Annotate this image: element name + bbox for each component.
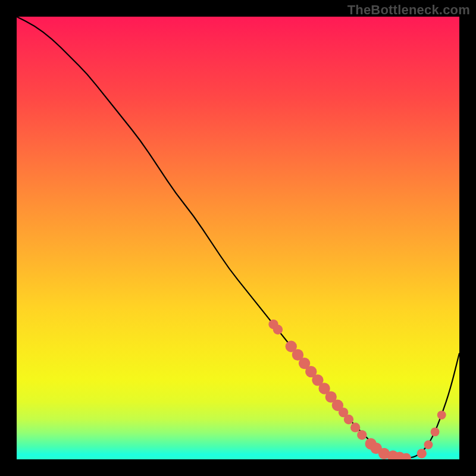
chart-marker: [417, 449, 427, 458]
chart-marker: [273, 325, 283, 334]
chart-marker: [431, 427, 440, 436]
chart-marker: [357, 430, 367, 440]
watermark-text: TheBottleneck.com: [347, 2, 470, 18]
bottleneck-curve-line: [17, 17, 459, 458]
chart-marker: [344, 415, 353, 424]
chart-marker: [437, 411, 446, 419]
chart-marker: [424, 440, 433, 449]
chart-svg: [17, 17, 459, 459]
chart-plot-area: [17, 17, 459, 459]
chart-marker: [350, 422, 360, 432]
